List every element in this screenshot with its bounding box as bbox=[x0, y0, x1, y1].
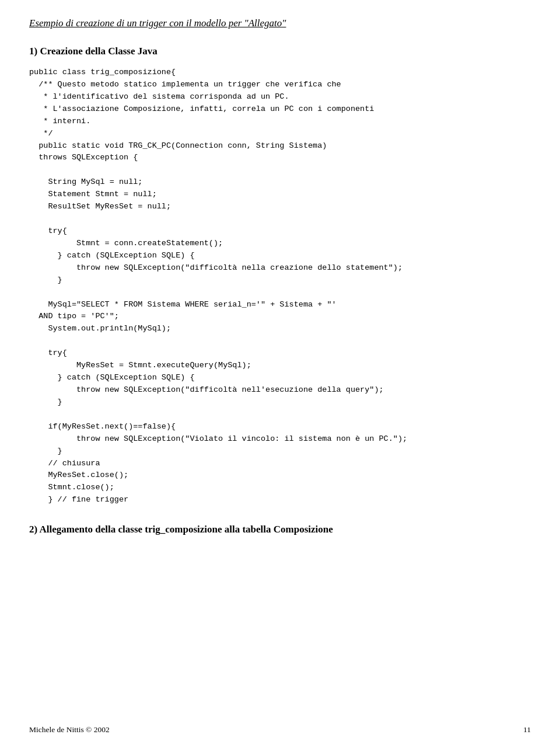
footer: Michele de Nittis © 2002 11 bbox=[29, 725, 531, 734]
footer-author: Michele de Nittis © 2002 bbox=[29, 725, 110, 734]
section1-heading: 1) Creazione della Classe Java bbox=[29, 46, 531, 57]
code-block: public class trig_composizione{ /** Ques… bbox=[29, 67, 531, 506]
page-title: Esempio di creazione di un trigger con i… bbox=[29, 18, 531, 29]
section2-heading: 2) Allegamento della classe trig_composi… bbox=[29, 524, 531, 535]
footer-page-number: 11 bbox=[523, 725, 531, 734]
